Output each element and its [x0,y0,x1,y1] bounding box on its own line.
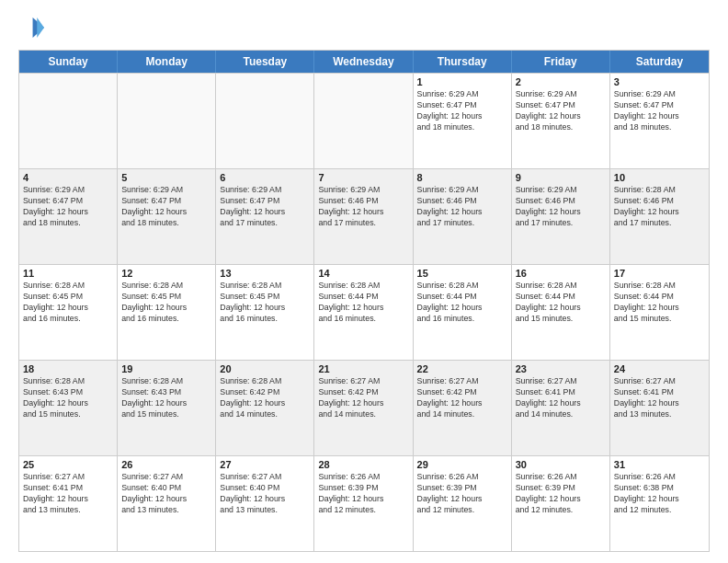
day-number: 17 [614,268,705,279]
day-info: Sunrise: 6:28 AM Sunset: 6:44 PM Dayligh… [614,281,705,325]
day-cell: 6Sunrise: 6:29 AM Sunset: 6:47 PM Daylig… [216,169,314,264]
day-cell: 4Sunrise: 6:29 AM Sunset: 6:47 PM Daylig… [19,169,118,264]
day-info: Sunrise: 6:27 AM Sunset: 6:42 PM Dayligh… [318,376,408,420]
day-cell: 21Sunrise: 6:27 AM Sunset: 6:42 PM Dayli… [314,361,413,455]
day-number: 26 [121,459,211,470]
day-number: 5 [121,172,211,183]
day-info: Sunrise: 6:29 AM Sunset: 6:47 PM Dayligh… [23,185,113,229]
weekday-header: Sunday [19,51,118,73]
day-cell: 29Sunrise: 6:26 AM Sunset: 6:39 PM Dayli… [414,456,512,551]
day-number: 31 [614,459,705,470]
day-number: 2 [516,76,606,87]
weekday-header: Thursday [414,51,512,73]
weekday-header: Monday [118,51,216,73]
day-info: Sunrise: 6:28 AM Sunset: 6:43 PM Dayligh… [121,376,211,420]
calendar-row: 11Sunrise: 6:28 AM Sunset: 6:45 PM Dayli… [19,264,709,360]
day-info: Sunrise: 6:29 AM Sunset: 6:46 PM Dayligh… [417,185,507,229]
day-info: Sunrise: 6:27 AM Sunset: 6:41 PM Dayligh… [614,376,705,420]
day-cell: 20Sunrise: 6:28 AM Sunset: 6:42 PM Dayli… [216,361,314,455]
day-info: Sunrise: 6:28 AM Sunset: 6:45 PM Dayligh… [121,281,211,325]
day-info: Sunrise: 6:29 AM Sunset: 6:46 PM Dayligh… [318,185,408,229]
calendar-row: 1Sunrise: 6:29 AM Sunset: 6:47 PM Daylig… [19,73,709,168]
day-info: Sunrise: 6:29 AM Sunset: 6:47 PM Dayligh… [220,185,310,229]
page: SundayMondayTuesdayWednesdayThursdayFrid… [0,0,728,563]
day-cell: 15Sunrise: 6:28 AM Sunset: 6:44 PM Dayli… [414,265,512,360]
day-info: Sunrise: 6:28 AM Sunset: 6:44 PM Dayligh… [516,281,606,325]
day-number: 13 [220,268,310,279]
day-number: 16 [516,268,606,279]
day-cell: 25Sunrise: 6:27 AM Sunset: 6:41 PM Dayli… [19,456,118,551]
day-info: Sunrise: 6:26 AM Sunset: 6:39 PM Dayligh… [516,472,606,516]
day-cell: 31Sunrise: 6:26 AM Sunset: 6:38 PM Dayli… [610,456,709,551]
day-cell: 5Sunrise: 6:29 AM Sunset: 6:47 PM Daylig… [118,169,216,264]
day-info: Sunrise: 6:29 AM Sunset: 6:47 PM Dayligh… [516,89,606,133]
day-info: Sunrise: 6:26 AM Sunset: 6:39 PM Dayligh… [318,472,408,516]
day-number: 28 [318,459,408,470]
day-info: Sunrise: 6:28 AM Sunset: 6:44 PM Dayligh… [417,281,507,325]
empty-cell [216,74,314,168]
empty-cell [314,74,413,168]
day-info: Sunrise: 6:27 AM Sunset: 6:41 PM Dayligh… [516,376,606,420]
day-number: 30 [516,459,606,470]
day-cell: 17Sunrise: 6:28 AM Sunset: 6:44 PM Dayli… [610,265,709,360]
day-number: 29 [417,459,507,470]
day-number: 7 [318,172,408,183]
day-number: 10 [614,172,705,183]
day-info: Sunrise: 6:28 AM Sunset: 6:44 PM Dayligh… [318,281,408,325]
calendar-row: 25Sunrise: 6:27 AM Sunset: 6:41 PM Dayli… [19,455,709,551]
day-info: Sunrise: 6:26 AM Sunset: 6:39 PM Dayligh… [417,472,507,516]
day-info: Sunrise: 6:28 AM Sunset: 6:46 PM Dayligh… [614,185,705,229]
day-number: 8 [417,172,507,183]
day-info: Sunrise: 6:27 AM Sunset: 6:42 PM Dayligh… [417,376,507,420]
day-info: Sunrise: 6:28 AM Sunset: 6:45 PM Dayligh… [220,281,310,325]
calendar-body: 1Sunrise: 6:29 AM Sunset: 6:47 PM Daylig… [19,73,709,551]
weekday-header: Friday [512,51,610,73]
day-cell: 22Sunrise: 6:27 AM Sunset: 6:42 PM Dayli… [414,361,512,455]
day-info: Sunrise: 6:27 AM Sunset: 6:41 PM Dayligh… [23,472,113,516]
day-info: Sunrise: 6:27 AM Sunset: 6:40 PM Dayligh… [220,472,310,516]
day-number: 11 [23,268,113,279]
day-cell: 8Sunrise: 6:29 AM Sunset: 6:46 PM Daylig… [414,169,512,264]
day-cell: 2Sunrise: 6:29 AM Sunset: 6:47 PM Daylig… [512,74,610,168]
day-cell: 7Sunrise: 6:29 AM Sunset: 6:46 PM Daylig… [314,169,413,264]
day-number: 15 [417,268,507,279]
day-cell: 3Sunrise: 6:29 AM Sunset: 6:47 PM Daylig… [610,74,709,168]
day-number: 1 [417,76,507,87]
weekday-header: Tuesday [216,51,314,73]
day-info: Sunrise: 6:27 AM Sunset: 6:40 PM Dayligh… [121,472,211,516]
day-number: 23 [516,363,606,374]
day-info: Sunrise: 6:29 AM Sunset: 6:47 PM Dayligh… [417,89,507,133]
weekday-header: Wednesday [314,51,413,73]
day-cell: 27Sunrise: 6:27 AM Sunset: 6:40 PM Dayli… [216,456,314,551]
calendar-header: SundayMondayTuesdayWednesdayThursdayFrid… [19,51,709,73]
header [18,15,710,40]
day-cell: 19Sunrise: 6:28 AM Sunset: 6:43 PM Dayli… [118,361,216,455]
empty-cell [118,74,216,168]
day-number: 12 [121,268,211,279]
day-cell: 23Sunrise: 6:27 AM Sunset: 6:41 PM Dayli… [512,361,610,455]
calendar-row: 18Sunrise: 6:28 AM Sunset: 6:43 PM Dayli… [19,360,709,455]
day-number: 6 [220,172,310,183]
empty-cell [19,74,118,168]
day-number: 9 [516,172,606,183]
calendar: SundayMondayTuesdayWednesdayThursdayFrid… [18,50,710,552]
day-number: 22 [417,363,507,374]
day-number: 20 [220,363,310,374]
weekday-header: Saturday [610,51,709,73]
day-cell: 14Sunrise: 6:28 AM Sunset: 6:44 PM Dayli… [314,265,413,360]
day-info: Sunrise: 6:26 AM Sunset: 6:38 PM Dayligh… [614,472,705,516]
day-info: Sunrise: 6:28 AM Sunset: 6:43 PM Dayligh… [23,376,113,420]
day-number: 21 [318,363,408,374]
day-info: Sunrise: 6:28 AM Sunset: 6:42 PM Dayligh… [220,376,310,420]
day-number: 14 [318,268,408,279]
day-number: 24 [614,363,705,374]
day-cell: 24Sunrise: 6:27 AM Sunset: 6:41 PM Dayli… [610,361,709,455]
logo-icon [18,15,44,40]
day-cell: 26Sunrise: 6:27 AM Sunset: 6:40 PM Dayli… [118,456,216,551]
day-info: Sunrise: 6:28 AM Sunset: 6:45 PM Dayligh… [23,281,113,325]
day-info: Sunrise: 6:29 AM Sunset: 6:47 PM Dayligh… [121,185,211,229]
day-cell: 28Sunrise: 6:26 AM Sunset: 6:39 PM Dayli… [314,456,413,551]
day-number: 4 [23,172,113,183]
day-cell: 30Sunrise: 6:26 AM Sunset: 6:39 PM Dayli… [512,456,610,551]
day-cell: 18Sunrise: 6:28 AM Sunset: 6:43 PM Dayli… [19,361,118,455]
